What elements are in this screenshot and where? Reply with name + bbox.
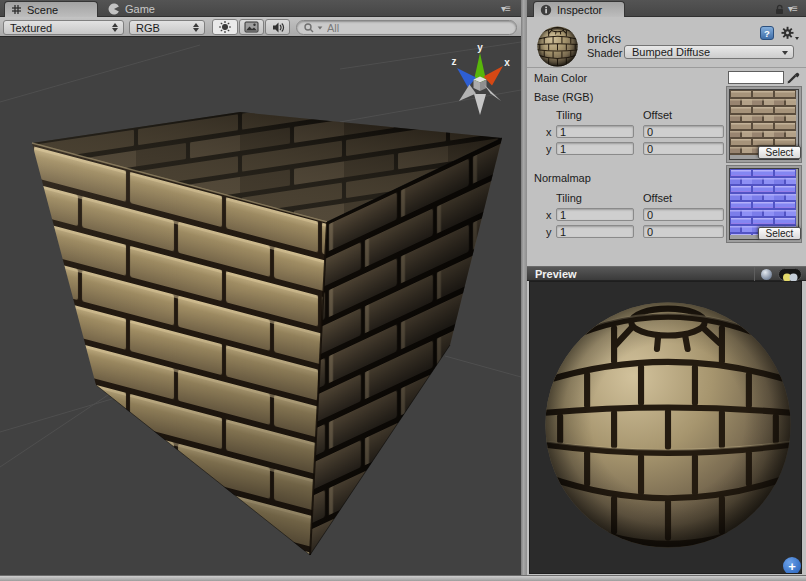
tab-inspector[interactable]: Inspector xyxy=(533,1,625,17)
header-separator xyxy=(527,67,806,68)
scene-search-field[interactable] xyxy=(296,20,517,35)
inspector-panel-menu-icon[interactable]: ▾≡ xyxy=(788,3,797,14)
base-section-label: Base (RGB) xyxy=(534,91,593,103)
preview-lighting-toggle[interactable] xyxy=(778,268,802,281)
base-tiling-x-field[interactable] xyxy=(556,125,634,138)
base-select-button[interactable]: Select xyxy=(758,146,801,159)
search-input[interactable] xyxy=(327,22,507,34)
dropdown-arrows-icon xyxy=(112,23,118,32)
normalmap-x-row-label: x xyxy=(546,209,552,221)
main-color-label: Main Color xyxy=(534,72,587,84)
speaker-icon xyxy=(271,21,285,34)
add-button[interactable]: + xyxy=(783,557,801,574)
gizmo-z-axis-label[interactable]: z xyxy=(452,56,457,67)
shader-value: Bumped Diffuse xyxy=(632,46,710,58)
search-icon xyxy=(303,22,316,34)
normalmap-tiling-x-field[interactable] xyxy=(556,208,634,221)
svg-text:?: ? xyxy=(764,28,770,39)
gizmo-y-axis-label[interactable]: y xyxy=(477,42,483,53)
inspector-tabstrip: Inspector ▾≡ xyxy=(527,0,806,17)
tab-scene[interactable]: Scene xyxy=(4,1,98,17)
dropdown-arrows-icon xyxy=(193,23,199,32)
scene-tabstrip: Scene Game ▾≡ xyxy=(0,0,521,17)
scene-audio-toggle[interactable] xyxy=(265,19,290,35)
material-name: bricks xyxy=(587,31,621,46)
scene-panel: Scene Game ▾≡ Textured RGB xyxy=(0,0,521,575)
info-icon xyxy=(540,4,552,16)
normalmap-offset-y-field[interactable] xyxy=(643,225,724,238)
dropdown-arrow-icon xyxy=(782,51,788,55)
render-mode-dropdown[interactable]: Textured xyxy=(3,20,124,35)
shader-dropdown[interactable]: Bumped Diffuse xyxy=(624,45,794,59)
preview-header-divider xyxy=(754,267,755,282)
scene-lighting-toggle[interactable] xyxy=(212,19,238,35)
help-icon[interactable]: ? xyxy=(760,26,774,40)
tab-scene-label: Scene xyxy=(27,4,58,16)
shader-field-label: Shader xyxy=(587,47,622,59)
normalmap-select-button[interactable]: Select xyxy=(758,227,801,240)
normalmap-section-label: Normalmap xyxy=(534,172,591,184)
preview-title: Preview xyxy=(535,268,577,280)
window-bottom-edge xyxy=(0,575,806,581)
material-ball-thumbnail xyxy=(537,26,578,67)
scene-toolbar: Textured RGB xyxy=(0,17,521,37)
base-x-row-label: x xyxy=(546,126,552,138)
base-offset-y-field[interactable] xyxy=(643,142,724,155)
gear-menu-icon[interactable] xyxy=(781,26,800,41)
unity-editor-window: Scene Game ▾≡ Textured RGB xyxy=(0,0,806,581)
tab-inspector-label: Inspector xyxy=(557,4,602,16)
scene-3d-canvas: y x z xyxy=(0,37,521,575)
normalmap-texture-image xyxy=(730,169,796,235)
material-preview-area[interactable]: + xyxy=(529,281,802,574)
color-mode-dropdown[interactable]: RGB xyxy=(129,20,205,35)
main-color-swatch[interactable] xyxy=(728,71,784,84)
image-icon xyxy=(244,21,259,33)
inspector-panel: Inspector ▾≡ bricks Shader Bumped Diffus… xyxy=(527,0,806,575)
base-tiling-y-field[interactable] xyxy=(556,142,634,155)
sun-icon xyxy=(218,20,232,34)
preview-header[interactable]: Preview xyxy=(527,266,806,281)
render-mode-value: Textured xyxy=(10,22,52,34)
tab-game-label: Game xyxy=(125,3,155,15)
normalmap-offset-header: Offset xyxy=(643,192,672,204)
eyedropper-icon[interactable] xyxy=(786,70,801,85)
normalmap-tiling-header: Tiling xyxy=(556,192,582,204)
base-y-row-label: y xyxy=(546,143,552,155)
scene-viewport[interactable]: y x z xyxy=(0,37,521,575)
game-view-icon xyxy=(108,3,120,15)
preview-shaded-toggle[interactable] xyxy=(760,268,773,281)
tab-game[interactable]: Game xyxy=(102,1,164,17)
scene-panel-menu-icon[interactable]: ▾≡ xyxy=(501,3,510,14)
grid-icon xyxy=(11,4,22,15)
base-offset-x-field[interactable] xyxy=(643,125,724,138)
normalmap-offset-x-field[interactable] xyxy=(643,208,724,221)
base-offset-header: Offset xyxy=(643,109,672,121)
color-mode-value: RGB xyxy=(136,22,160,34)
preview-sphere xyxy=(543,300,793,550)
lock-icon[interactable] xyxy=(774,4,786,15)
gizmo-x-axis-label[interactable]: x xyxy=(504,57,510,68)
search-filter-arrow-icon xyxy=(318,26,323,29)
base-tiling-header: Tiling xyxy=(556,109,582,121)
normalmap-tiling-y-field[interactable] xyxy=(556,225,634,238)
scene-effects-toggle[interactable] xyxy=(239,19,264,35)
normalmap-y-row-label: y xyxy=(546,226,552,238)
